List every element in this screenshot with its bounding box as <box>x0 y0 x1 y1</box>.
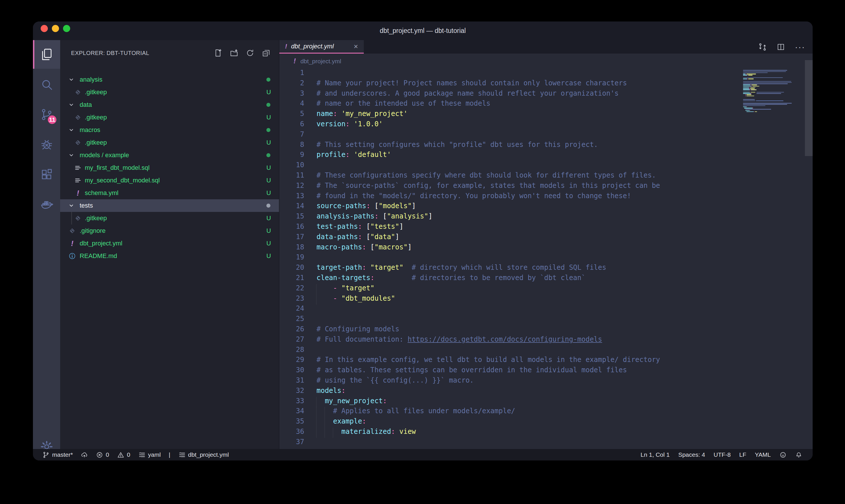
tree-item-macros[interactable]: macros <box>60 124 279 136</box>
status-item-0[interactable]: 0 <box>96 451 109 458</box>
new-folder-icon[interactable] <box>230 49 238 57</box>
status-item-master-[interactable]: master* <box>42 451 73 458</box>
minimap[interactable] <box>742 69 798 449</box>
minimap-line <box>754 88 755 89</box>
tree-item-data[interactable]: data <box>60 98 279 111</box>
git-untracked-badge: U <box>266 189 271 197</box>
activity-item-explorer[interactable] <box>33 40 60 69</box>
status-item-ln-1-col-1[interactable]: Ln 1, Col 1 <box>641 451 670 458</box>
tree-item-label: .gitkeep <box>85 89 107 96</box>
new-file-icon[interactable] <box>214 49 222 57</box>
split-editor-icon[interactable] <box>776 43 785 51</box>
breadcrumb[interactable]: ! dbt_project.yml <box>279 54 813 69</box>
tree-item-tests[interactable]: tests <box>60 199 279 212</box>
activity-item-extensions[interactable] <box>33 160 60 189</box>
line-number: 31 <box>279 376 304 384</box>
minimap-line <box>750 89 750 90</box>
minimap-line <box>743 87 749 88</box>
minimap-line <box>748 75 752 76</box>
editor-scrollbar[interactable] <box>805 60 813 156</box>
code-line: 15analysis-paths: ["analysis"] <box>279 212 813 222</box>
activity-item-debug[interactable] <box>33 130 60 159</box>
status-item-dbt-project-yml[interactable]: dbt_project.yml <box>178 451 229 458</box>
tree-item--gitignore[interactable]: .gitignoreU <box>60 224 279 237</box>
editor-actions: ··· <box>758 40 805 54</box>
tree-item-my-first-dbt-model-sql[interactable]: my_first_dbt_model.sqlU <box>60 162 279 174</box>
chevron-down-icon <box>68 127 75 133</box>
code-line: 4# name or the intended use of these mod… <box>279 100 813 110</box>
line-number: 30 <box>279 366 304 374</box>
code-line: 18macro-paths: ["macros"] <box>279 243 813 253</box>
breadcrumb-file[interactable]: dbt_project.yml <box>301 58 341 65</box>
code-text: analysis-paths: ["analysis"] <box>317 212 433 220</box>
status-item-spaces-4[interactable]: Spaces: 4 <box>678 451 705 458</box>
status-item-label: UTF-8 <box>714 451 731 458</box>
editor-group: ! dbt_project.yml × ··· ! dbt_project.ym… <box>279 40 813 449</box>
tree-item-label: .gitignore <box>79 227 106 235</box>
code-text: name: 'my_new_project' <box>317 110 408 118</box>
status-item-0[interactable]: 0 <box>117 451 130 458</box>
collapse-all-icon[interactable] <box>262 49 270 57</box>
sql-file-icon <box>74 164 82 172</box>
status-item--[interactable]: | <box>169 451 170 458</box>
tree-item-readme-md[interactable]: README.mdU <box>60 250 279 262</box>
minimap-line <box>743 71 786 72</box>
status-item-bell[interactable] <box>795 451 802 458</box>
open-changes-icon[interactable] <box>758 43 767 51</box>
minimap-line <box>747 74 756 74</box>
tree-item-label: macros <box>79 126 100 134</box>
minimap-line <box>756 92 784 93</box>
minimap-line <box>754 111 754 112</box>
minimap-line <box>743 82 792 83</box>
minimap-line <box>756 93 781 94</box>
refresh-icon[interactable] <box>246 49 254 57</box>
tree-item--gitkeep[interactable]: .gitkeepU <box>60 212 279 224</box>
code-text: version: '1.0.0' <box>317 120 383 128</box>
status-item-label: yaml <box>148 451 161 458</box>
status-item-cloud-upload[interactable] <box>81 451 88 458</box>
tree-item-schema-yml[interactable]: !schema.ymlU <box>60 187 279 199</box>
line-number: 24 <box>279 304 304 312</box>
status-item-lf[interactable]: LF <box>739 451 747 458</box>
status-item-utf-8[interactable]: UTF-8 <box>714 451 731 458</box>
tree-item-dbt-project-yml[interactable]: !dbt_project.ymlU <box>60 237 279 250</box>
tree-item-models-example[interactable]: models / example <box>60 149 279 162</box>
git-untracked-badge: U <box>266 177 271 184</box>
status-item-label: master* <box>52 451 73 458</box>
line-number: 9 <box>279 151 304 159</box>
code-text: # This setting configures which "profile… <box>317 141 598 149</box>
code-text: my_new_project: <box>317 397 387 405</box>
explorer-title: EXPLORER: DBT-TUTORIAL <box>71 50 149 56</box>
status-item-yaml[interactable]: YAML <box>755 451 771 458</box>
minimap-line <box>745 96 746 96</box>
activity-item-search[interactable] <box>33 70 60 99</box>
tree-item--gitkeep[interactable]: .gitkeepU <box>60 111 279 124</box>
tree-item-analysis[interactable]: analysis <box>60 73 279 86</box>
explorer-header: EXPLORER: DBT-TUTORIAL <box>60 40 279 66</box>
code-area[interactable]: 12# Name your project! Project names sho… <box>279 69 813 449</box>
git-modified-dot-badge <box>266 128 270 132</box>
status-item-label: Ln 1, Col 1 <box>641 451 670 458</box>
line-number: 3 <box>279 89 304 97</box>
activity-item-source-control[interactable]: 11 <box>33 100 60 129</box>
status-item-smiley[interactable] <box>779 451 787 458</box>
tree-item--gitkeep[interactable]: .gitkeepU <box>60 86 279 98</box>
line-number: 7 <box>279 130 304 138</box>
yaml-warning-icon: ! <box>293 57 296 65</box>
tab-dbt-project-yml[interactable]: ! dbt_project.yml × <box>279 40 364 54</box>
git-untracked-badge: U <box>266 89 271 96</box>
warn-file-icon: ! <box>74 189 82 197</box>
tree-item-label: schema.yml <box>85 189 118 197</box>
close-tab-icon[interactable]: × <box>354 42 358 51</box>
minimap-line <box>743 74 745 74</box>
status-item-yaml[interactable]: yaml <box>138 451 161 458</box>
chevron-down-icon <box>68 152 75 159</box>
git-untracked-badge: U <box>266 227 271 235</box>
tree-item-my-second-dbt-model-sql[interactable]: my_second_dbt_model.sqlU <box>60 174 279 187</box>
tree-item-label: analysis <box>79 76 102 83</box>
tree-item--gitkeep[interactable]: .gitkeepU <box>60 136 279 149</box>
activity-item-docker[interactable] <box>33 191 60 219</box>
code-line: 26# Configuring models <box>279 325 813 335</box>
vscode-window: dbt_project.yml — dbt-tutorial 11 EXPLOR… <box>33 21 813 461</box>
more-actions-icon[interactable]: ··· <box>795 42 805 52</box>
